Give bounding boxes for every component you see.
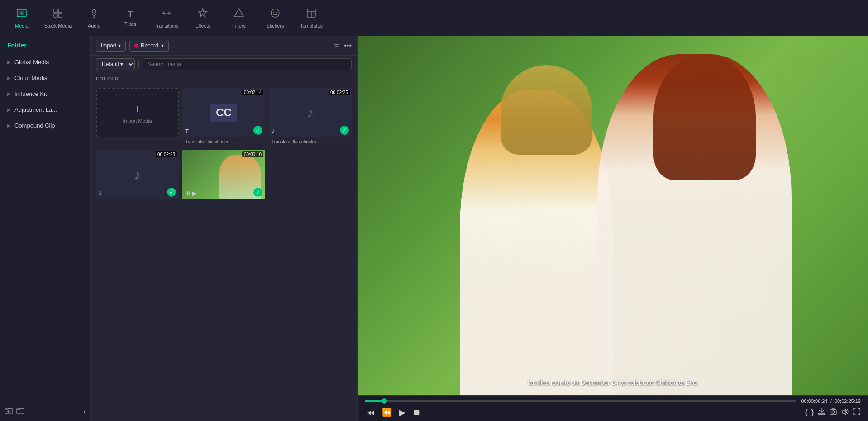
sidebar-item-global-media[interactable]: ▶ Global Media <box>0 54 90 70</box>
titles-label: Titles <box>124 21 136 27</box>
fullscreen-button[interactable] <box>853 407 861 417</box>
current-time: 00:00:06:24 / 00:02:25:19 <box>801 398 861 404</box>
toolbar-titles[interactable]: T Titles <box>112 2 148 34</box>
import-media-card[interactable]: + Import Media <box>96 88 179 137</box>
snapshot-button[interactable] <box>829 407 837 417</box>
toolbar-effects[interactable]: Effects <box>185 2 221 34</box>
compound-clip-label: Compound Clip <box>14 122 55 129</box>
record-dot-icon <box>134 44 138 47</box>
record-chevron-icon: ▾ <box>161 43 164 49</box>
svg-point-11 <box>273 12 274 13</box>
collapse-panel-button[interactable]: ‹ <box>83 407 86 416</box>
import-button[interactable]: Import ▾ <box>96 40 126 52</box>
toolbar-stickers[interactable]: Stickers <box>257 2 293 34</box>
audio-label: Audio <box>88 23 100 28</box>
filter-button[interactable] <box>332 41 340 51</box>
filters-icon <box>234 8 244 21</box>
text-icon: T <box>185 128 189 135</box>
media-card-translate1[interactable]: CC 00:02:14 T ✓ Translate_flas-christm..… <box>182 88 265 146</box>
cloud-media-label: Cloud Media <box>14 75 48 81</box>
influence-kit-label: Influence Kit <box>14 90 47 97</box>
svg-point-10 <box>271 9 279 17</box>
play-button[interactable]: ▶ <box>397 407 407 418</box>
titles-icon: T <box>128 9 133 19</box>
audio-icon <box>89 8 100 21</box>
progress-track[interactable] <box>365 400 796 402</box>
toolbar-audio[interactable]: Audio <box>76 2 112 34</box>
arrow-icon: ▶ <box>7 91 11 96</box>
duration-badge: 00:02:25 <box>329 90 350 95</box>
media-card-audio1[interactable]: ♪ 00:02:28 ♩ ✓ <box>96 150 179 199</box>
svg-point-6 <box>92 9 96 13</box>
add-folder-button[interactable] <box>5 407 13 416</box>
toolbar-transitions[interactable]: Transitions <box>148 2 185 34</box>
record-button[interactable]: Record ▾ <box>129 40 169 52</box>
svg-rect-2 <box>54 9 57 13</box>
duration-badge: 00:02:14 <box>242 90 263 95</box>
search-input[interactable] <box>143 58 352 70</box>
mark-out-button[interactable]: } <box>811 408 814 416</box>
transitions-label: Transitions <box>154 23 178 28</box>
media-icon <box>16 8 27 21</box>
check-icon: ✓ <box>340 126 349 135</box>
left-panel-bottom: ‹ <box>0 402 90 421</box>
media-card-title: Translate_flas-christm... <box>269 137 352 146</box>
video-icon: ▶ <box>192 190 197 197</box>
import-chevron-icon: ▾ <box>118 43 121 49</box>
progress-thumb <box>382 398 387 404</box>
stop-button[interactable]: ⏹ <box>411 407 423 418</box>
toolbar-stock-media[interactable]: Stock Media <box>40 2 76 34</box>
audio-toggle-button[interactable] <box>841 407 849 417</box>
mark-in-button[interactable]: { <box>805 408 807 416</box>
audio-note-icon: ♪ <box>307 104 314 121</box>
sort-select[interactable]: Default ▾ <box>96 58 135 70</box>
player-subtitle: families reunite on December 24 to celeb… <box>527 379 698 386</box>
rewind-button[interactable]: ⏮ <box>365 407 377 418</box>
progress-fill <box>365 400 384 402</box>
templates-icon <box>306 8 317 21</box>
arrow-icon: ▶ <box>7 76 11 80</box>
player-area: Player Full Quality1/2 Quality1/4 Qualit… <box>358 36 868 421</box>
check-icon: ✓ <box>167 188 176 197</box>
step-back-button[interactable]: ⏪ <box>380 407 394 418</box>
more-options-button[interactable]: ••• <box>344 42 352 50</box>
toolbar-filters[interactable]: Filters <box>221 2 257 34</box>
media-card-video1[interactable]: 00:00:10 ⊞ ▶ ✓ <box>182 150 265 199</box>
player-btn-row: ⏮ ⏪ ▶ ⏹ { } <box>365 407 861 418</box>
record-label: Record <box>141 43 158 49</box>
duration-badge: 00:02:28 <box>156 151 177 157</box>
svg-rect-5 <box>58 14 62 17</box>
stock-media-icon <box>52 8 63 21</box>
main-layout: Folder ▶ Global Media ▶ Cloud Media ▶ In… <box>0 36 868 421</box>
svg-rect-29 <box>818 413 825 415</box>
add-media-icon: + <box>134 102 141 116</box>
stock-media-label: Stock Media <box>44 23 72 28</box>
sidebar-item-cloud-media[interactable]: ▶ Cloud Media <box>0 70 90 86</box>
check-icon: ✓ <box>253 188 262 197</box>
audio-note2-icon: ♪ <box>134 166 141 183</box>
folder-import-button[interactable] <box>16 407 24 416</box>
sidebar-item-adjustment-la[interactable]: ▶ Adjustment La... <box>0 102 90 118</box>
stickers-icon <box>270 8 281 21</box>
sidebar-item-compound-clip[interactable]: ▶ Compound Clip <box>0 118 90 133</box>
media-card-translate2[interactable]: ♪ 00:02:25 ♩ ✓ Translate_flas-christm... <box>269 88 352 146</box>
svg-rect-19 <box>17 408 24 414</box>
toolbar-templates[interactable]: Templates <box>293 2 329 34</box>
top-toolbar: Media Stock Media Audio T Titles <box>0 0 868 36</box>
svg-point-12 <box>276 12 277 13</box>
folder-header: Folder <box>0 36 90 54</box>
toolbar-media[interactable]: Media <box>4 2 40 34</box>
search-row: Default ▾ <box>91 56 357 73</box>
import-media-label: Import Media <box>123 118 152 123</box>
player-video: families reunite on December 24 to celeb… <box>358 36 868 395</box>
media-card-title: Translate_flas-christm... <box>182 137 265 146</box>
sidebar-item-influence-kit[interactable]: ▶ Influence Kit <box>0 86 90 102</box>
arrow-icon: ▶ <box>7 60 11 65</box>
media-label: Media <box>15 23 29 28</box>
middle-panel: Import ▾ Record ▾ ••• Default ▾ FOLD <box>91 36 358 421</box>
media-grid: + Import Media CC 00:02:14 T ✓ Translate… <box>91 84 357 203</box>
check-icon: ✓ <box>253 126 262 135</box>
player-controls: 00:00:06:24 / 00:02:25:19 ⏮ ⏪ ▶ ⏹ { } <box>358 395 868 421</box>
progress-bar-wrap: 00:00:06:24 / 00:02:25:19 <box>365 398 861 404</box>
clip-to-timeline-button[interactable] <box>817 407 825 417</box>
